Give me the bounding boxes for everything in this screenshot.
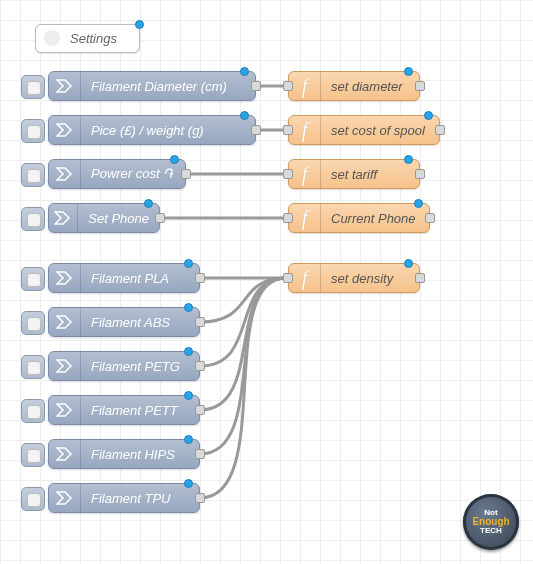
input-arrow-icon	[49, 396, 81, 424]
output-port[interactable]	[155, 213, 165, 223]
node-label: Pice (£) / weight (g)	[81, 123, 214, 138]
input-arrow-icon	[49, 352, 81, 380]
output-port[interactable]	[415, 273, 425, 283]
status-dot	[240, 111, 249, 120]
output-port[interactable]	[251, 81, 261, 91]
node-label: Filament Diameter (cm)	[81, 79, 237, 94]
output-port[interactable]	[415, 81, 425, 91]
input-arrow-icon	[49, 204, 78, 232]
output-port[interactable]	[251, 125, 261, 135]
input-arrow-icon	[49, 160, 81, 188]
enable-button[interactable]	[21, 443, 45, 467]
status-dot	[170, 155, 179, 164]
status-dot	[184, 435, 193, 444]
status-dot	[144, 199, 153, 208]
function-f-icon: f	[289, 116, 321, 144]
output-port[interactable]	[195, 493, 205, 503]
output-port[interactable]	[195, 273, 205, 283]
input-set-phone[interactable]: Set Phone	[48, 203, 160, 233]
status-dot	[135, 20, 144, 29]
node-label: Filament TPU	[81, 491, 180, 506]
logo-line3: TECH	[480, 526, 502, 535]
enable-button[interactable]	[21, 119, 45, 143]
status-dot	[184, 303, 193, 312]
output-port[interactable]	[195, 449, 205, 459]
input-arrow-icon	[49, 264, 81, 292]
function-f-icon: f	[289, 204, 321, 232]
input-filament-petg[interactable]: Filament PETG	[48, 351, 200, 381]
status-dot	[184, 391, 193, 400]
node-label: set density	[321, 271, 403, 286]
output-port[interactable]	[415, 169, 425, 179]
node-label: set tariff	[321, 167, 387, 182]
input-arrow-icon	[49, 72, 81, 100]
enable-button[interactable]	[21, 355, 45, 379]
node-label: Filament ABS	[81, 315, 180, 330]
node-label: set cost of spool	[321, 123, 435, 138]
node-label: Filament PLA	[81, 271, 179, 286]
input-port[interactable]	[283, 213, 293, 223]
output-port[interactable]	[425, 213, 435, 223]
function-set-density[interactable]: f set density	[288, 263, 420, 293]
input-price-weight[interactable]: Pice (£) / weight (g)	[48, 115, 256, 145]
input-port[interactable]	[283, 273, 293, 283]
input-arrow-icon	[49, 484, 81, 512]
output-port[interactable]	[195, 405, 205, 415]
status-dot	[184, 479, 193, 488]
status-dot	[404, 259, 413, 268]
comment-icon	[44, 30, 60, 46]
output-port[interactable]	[195, 317, 205, 327]
function-set-tariff[interactable]: f set tariff	[288, 159, 420, 189]
enable-button[interactable]	[21, 75, 45, 99]
input-filament-tpu[interactable]: Filament TPU	[48, 483, 200, 513]
function-f-icon: f	[289, 160, 321, 188]
node-label: Set Phone	[78, 211, 159, 226]
enable-button[interactable]	[21, 487, 45, 511]
input-port[interactable]	[283, 125, 293, 135]
input-arrow-icon	[49, 440, 81, 468]
status-dot	[240, 67, 249, 76]
input-arrow-icon	[49, 116, 81, 144]
logo-notenoughtech: Not Enough TECH	[463, 494, 519, 550]
status-dot	[184, 347, 193, 356]
status-dot	[404, 155, 413, 164]
input-filament-diameter[interactable]: Filament Diameter (cm)	[48, 71, 256, 101]
input-port[interactable]	[283, 169, 293, 179]
output-port[interactable]	[435, 125, 445, 135]
function-current-phone[interactable]: f Current Phone	[288, 203, 430, 233]
comment-label: Settings	[70, 31, 117, 46]
node-label: set diameter	[321, 79, 413, 94]
node-label: Current Phone	[321, 211, 426, 226]
function-set-cost-of-spool[interactable]: f set cost of spool	[288, 115, 440, 145]
node-label: Filament HIPS	[81, 447, 185, 462]
function-f-icon: f	[289, 72, 321, 100]
status-dot	[424, 111, 433, 120]
input-filament-hips[interactable]: Filament HIPS	[48, 439, 200, 469]
status-dot	[414, 199, 423, 208]
input-arrow-icon	[49, 308, 81, 336]
function-set-diameter[interactable]: f set diameter	[288, 71, 420, 101]
node-label: Filament PETG	[81, 359, 190, 374]
enable-button[interactable]	[21, 399, 45, 423]
input-filament-pla[interactable]: Filament PLA	[48, 263, 200, 293]
input-power-cost[interactable]: Powrer cost ֏	[48, 159, 186, 189]
status-dot	[184, 259, 193, 268]
enable-button[interactable]	[21, 267, 45, 291]
input-filament-pett[interactable]: Filament PETT	[48, 395, 200, 425]
enable-button[interactable]	[21, 163, 45, 187]
node-label: Powrer cost ֏	[81, 166, 183, 182]
function-f-icon: f	[289, 264, 321, 292]
enable-button[interactable]	[21, 311, 45, 335]
output-port[interactable]	[195, 361, 205, 371]
input-port[interactable]	[283, 81, 293, 91]
output-port[interactable]	[181, 169, 191, 179]
comment-settings[interactable]: Settings	[35, 24, 140, 53]
enable-button[interactable]	[21, 207, 45, 231]
node-label: Filament PETT	[81, 403, 188, 418]
input-filament-abs[interactable]: Filament ABS	[48, 307, 200, 337]
status-dot	[404, 67, 413, 76]
